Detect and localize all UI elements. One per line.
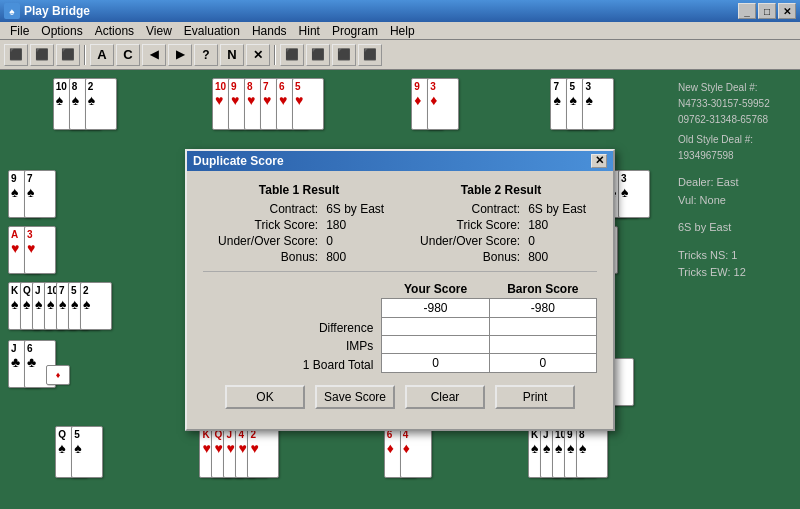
toolbar-btn-2[interactable]: ⬛ [56, 44, 80, 66]
difference-baron-value [489, 317, 596, 335]
scores-header-row: Your Score Baron Score [203, 280, 597, 299]
t2-trick-row: Trick Score: 180 [405, 217, 597, 233]
total-your-value: 0 [382, 353, 489, 372]
t2-under-row: Under/Over Score: 0 [405, 233, 597, 249]
t1-bonus-row: Bonus: 800 [203, 249, 395, 265]
toolbar-btn-3[interactable]: ⬛ [280, 44, 304, 66]
difference-label: Difference [203, 317, 382, 335]
toolbar-sep-1 [84, 45, 86, 65]
ok-button[interactable]: OK [225, 385, 305, 409]
main-score-row: -980 -980 [203, 298, 597, 317]
dialog-title-bar: Duplicate Score ✕ [187, 151, 613, 171]
total-label: 1 Board Total [203, 353, 382, 372]
toolbar-btn-x[interactable]: ✕ [246, 44, 270, 66]
t1-under-value: 0 [322, 233, 395, 249]
table2-data: Contract: 6S by East Trick Score: 180 Un… [405, 201, 597, 265]
table2-section: Table 2 Result Contract: 6S by East Tric… [405, 183, 597, 265]
t2-bonus-value: 800 [524, 249, 597, 265]
t2-under-value: 0 [524, 233, 597, 249]
menu-hint[interactable]: Hint [293, 23, 326, 39]
dialog-close-button[interactable]: ✕ [591, 154, 607, 168]
your-score-value: -980 [382, 298, 489, 317]
t2-bonus-row: Bonus: 800 [405, 249, 597, 265]
total-baron-value: 0 [489, 353, 596, 372]
tables-section: Table 1 Result Contract: 6S by East Tric… [203, 183, 597, 265]
menu-program[interactable]: Program [326, 23, 384, 39]
toolbar-btn-5[interactable]: ⬛ [332, 44, 356, 66]
window-title: Play Bridge [24, 4, 90, 18]
table2-header: Table 2 Result [405, 183, 597, 197]
scores-table: Your Score Baron Score -980 -980 [203, 280, 597, 373]
imps-your-value [382, 335, 489, 353]
imps-baron-value [489, 335, 596, 353]
difference-row: Difference [203, 317, 597, 335]
clear-button[interactable]: Clear [405, 385, 485, 409]
dialog-overlay: Duplicate Score ✕ Table 1 Result Contrac… [0, 70, 800, 509]
scores-empty-header [203, 280, 382, 299]
window-controls: _ □ ✕ [738, 3, 796, 19]
baron-score-header: Baron Score [489, 280, 596, 299]
close-window-button[interactable]: ✕ [778, 3, 796, 19]
difference-your-value [382, 317, 489, 335]
scores-section: Your Score Baron Score -980 -980 [203, 271, 597, 373]
t2-contract-value: 6S by East [524, 201, 597, 217]
t1-bonus-value: 800 [322, 249, 395, 265]
menu-options[interactable]: Options [35, 23, 88, 39]
table1-header: Table 1 Result [203, 183, 395, 197]
t1-under-row: Under/Over Score: 0 [203, 233, 395, 249]
toolbar-btn-1[interactable]: ⬛ [30, 44, 54, 66]
menu-file[interactable]: File [4, 23, 35, 39]
save-score-button[interactable]: Save Score [315, 385, 395, 409]
menu-hands[interactable]: Hands [246, 23, 293, 39]
menu-bar: File Options Actions View Evaluation Han… [0, 22, 800, 40]
t2-trick-label: Trick Score: [405, 217, 524, 233]
t1-under-label: Under/Over Score: [203, 233, 322, 249]
table1-section: Table 1 Result Contract: 6S by East Tric… [203, 183, 395, 265]
t1-trick-label: Trick Score: [203, 217, 322, 233]
duplicate-score-dialog: Duplicate Score ✕ Table 1 Result Contrac… [185, 149, 615, 431]
menu-view[interactable]: View [140, 23, 178, 39]
baron-score-value: -980 [489, 298, 596, 317]
dialog-title: Duplicate Score [193, 154, 284, 168]
t1-contract-value: 6S by East [322, 201, 395, 217]
maximize-button[interactable]: □ [758, 3, 776, 19]
t2-bonus-label: Bonus: [405, 249, 524, 265]
t1-trick-value: 180 [322, 217, 395, 233]
toolbar-sep-2 [274, 45, 276, 65]
dialog-buttons-area: OK Save Score Clear Print [203, 385, 597, 417]
t1-contract-label: Contract: [203, 201, 322, 217]
title-bar: ♠ Play Bridge _ □ ✕ [0, 0, 800, 22]
main-score-empty-label [203, 298, 382, 317]
t2-contract-row: Contract: 6S by East [405, 201, 597, 217]
toolbar-btn-n[interactable]: N [220, 44, 244, 66]
toolbar-btn-c[interactable]: C [116, 44, 140, 66]
imps-label: IMPs [203, 335, 382, 353]
toolbar-btn-6[interactable]: ⬛ [358, 44, 382, 66]
toolbar-btn-0[interactable]: ⬛ [4, 44, 28, 66]
toolbar: ⬛ ⬛ ⬛ A C ◀ ▶ ? N ✕ ⬛ ⬛ ⬛ ⬛ [0, 40, 800, 70]
minimize-button[interactable]: _ [738, 3, 756, 19]
menu-actions[interactable]: Actions [89, 23, 140, 39]
toolbar-btn-next[interactable]: ▶ [168, 44, 192, 66]
imps-row: IMPs [203, 335, 597, 353]
t1-bonus-label: Bonus: [203, 249, 322, 265]
t2-trick-value: 180 [524, 217, 597, 233]
t1-trick-row: Trick Score: 180 [203, 217, 395, 233]
table1-data: Contract: 6S by East Trick Score: 180 Un… [203, 201, 395, 265]
toolbar-btn-prev[interactable]: ◀ [142, 44, 166, 66]
print-button[interactable]: Print [495, 385, 575, 409]
app-icon: ♠ [4, 3, 20, 19]
game-area: New Style Deal #: N4733-30157-59952 0976… [0, 70, 800, 509]
t1-contract-row: Contract: 6S by East [203, 201, 395, 217]
total-row: 1 Board Total 0 0 [203, 353, 597, 372]
t2-under-label: Under/Over Score: [405, 233, 524, 249]
toolbar-btn-a[interactable]: A [90, 44, 114, 66]
t2-contract-label: Contract: [405, 201, 524, 217]
menu-evaluation[interactable]: Evaluation [178, 23, 246, 39]
toolbar-btn-help[interactable]: ? [194, 44, 218, 66]
your-score-header: Your Score [382, 280, 489, 299]
dialog-content: Table 1 Result Contract: 6S by East Tric… [187, 171, 613, 429]
menu-help[interactable]: Help [384, 23, 421, 39]
toolbar-btn-4[interactable]: ⬛ [306, 44, 330, 66]
